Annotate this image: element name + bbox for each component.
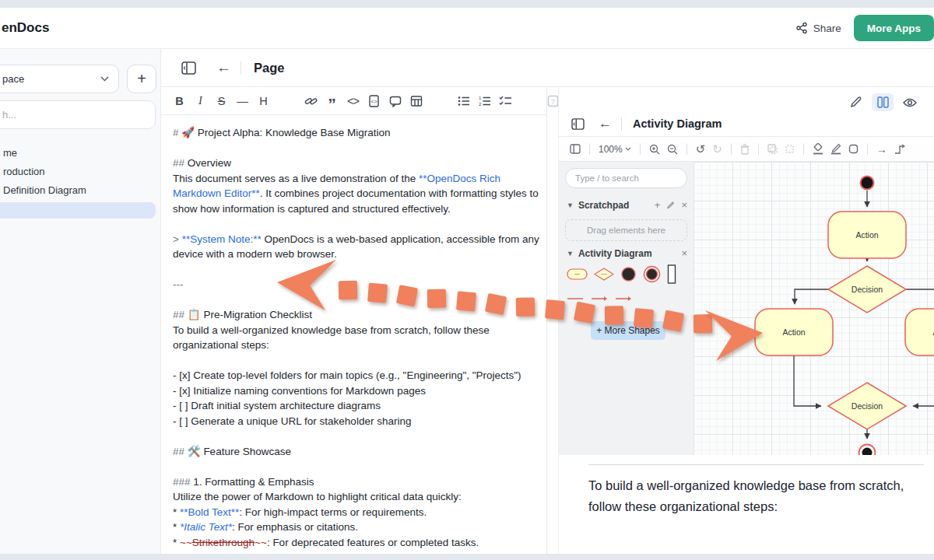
svg-text:Action: Action (855, 230, 878, 240)
zoom-out-icon[interactable] (667, 144, 678, 155)
back-button[interactable]: ← (216, 59, 231, 76)
markdown-line: > **System Note:** OpenDocs is a web-bas… (173, 232, 545, 262)
svg-text:Decision: Decision (851, 285, 883, 294)
markdown-line: Utilize the power of Markdown to highlig… (173, 489, 545, 505)
workspace-selector[interactable]: pace (0, 65, 119, 93)
palette-edge-arrow2[interactable] (615, 296, 632, 302)
line-color-icon[interactable] (830, 143, 841, 155)
markdown-line (173, 429, 545, 444)
scratchpad-add-icon[interactable]: + (655, 199, 661, 211)
shape-search-input[interactable] (565, 168, 687, 188)
elbow-edge-icon[interactable] (894, 144, 905, 154)
initial-node[interactable] (861, 177, 874, 190)
scratchpad-close-icon[interactable]: × (681, 199, 687, 211)
palette-edge-plain[interactable] (567, 296, 584, 302)
scratchpad-dropzone[interactable]: Drag elements here (565, 219, 687, 241)
markdown-line: - [x] Create top-level folders for main … (173, 368, 545, 383)
strikethrough-button[interactable]: S (215, 94, 228, 108)
shapes-panel: ▼ Scratchpad + × Drag elements here (559, 162, 693, 480)
fill-color-icon[interactable] (813, 143, 823, 155)
more-shapes-button[interactable]: + More Shapes (591, 321, 665, 340)
preview-eye-icon[interactable] (903, 97, 917, 108)
sidebar-item[interactable]: roduction (0, 163, 161, 180)
decision-node[interactable]: Decision (828, 383, 906, 429)
diagram-back-button[interactable]: ← (599, 116, 612, 131)
activity-diagram-section[interactable]: ▼ Activity Diagram × (567, 247, 687, 259)
divider (621, 117, 622, 131)
palette-decision-shape[interactable] (594, 268, 614, 281)
undo-icon[interactable]: ↺ (696, 142, 706, 156)
split-view-columns-icon[interactable] (872, 93, 894, 111)
zoom-in-icon[interactable] (649, 144, 660, 155)
diagram-header: ← Activity Diagram (559, 111, 934, 137)
collapse-sidebar-icon[interactable] (181, 61, 196, 75)
redo-icon[interactable]: ↻ (712, 142, 722, 156)
code-icon[interactable]: <> (346, 94, 360, 108)
copy-icon[interactable] (767, 144, 778, 154)
markdown-line (173, 216, 545, 232)
shadow-icon[interactable] (848, 144, 859, 154)
rendered-preview: To build a well-organized knowledge base… (559, 455, 934, 529)
add-page-button[interactable]: + (127, 65, 156, 93)
markdown-line: ## 📋 Pre-Migration Checklist (173, 307, 545, 323)
edit-mode-pencil-icon[interactable] (849, 96, 862, 109)
zoom-level-dropdown[interactable]: 100% (599, 144, 631, 155)
bold-button[interactable]: B (173, 94, 186, 108)
paste-icon[interactable] (785, 144, 795, 154)
link-icon[interactable] (304, 94, 318, 108)
sidebar-item[interactable] (0, 202, 156, 219)
italic-button[interactable]: I (194, 94, 207, 108)
scratchpad-label: Scratchpad (578, 200, 629, 211)
comment-icon[interactable] (388, 94, 402, 108)
scratchpad-edit-icon[interactable] (666, 201, 675, 209)
share-button[interactable]: Share (795, 22, 841, 34)
shape-palette (567, 264, 676, 284)
page-title: Page (254, 61, 284, 75)
diagram-canvas[interactable]: Action Decision Action (693, 162, 934, 480)
straight-edge-icon[interactable]: → (876, 143, 887, 156)
markdown-line: ### 1. Formatting & Emphasis (173, 474, 545, 490)
caret-down-icon: ▼ (567, 250, 574, 257)
markdown-line: This document serves as a live demonstra… (173, 171, 545, 217)
numbered-list-icon[interactable]: 12 (478, 94, 491, 108)
markdown-editor-pane: B I S — H ” <> <> (161, 87, 547, 554)
palette-action-shape[interactable] (567, 268, 588, 280)
markdown-source[interactable]: # 🚀 Project Alpha: Knowledge Base Migrat… (161, 115, 546, 550)
markdown-line: ## Overview (173, 156, 545, 171)
decision-node[interactable]: Decision (828, 266, 906, 313)
markdown-line: - [ ] Draft initial system architecture … (173, 398, 545, 414)
action-node[interactable]: Action (905, 309, 934, 355)
edge-palette (567, 296, 632, 302)
sidebar-item[interactable]: Definition Diagram (0, 181, 161, 199)
app-title: enDocs (2, 20, 49, 36)
action-node[interactable]: Action (755, 309, 833, 355)
palette-final-node-shape[interactable] (643, 265, 661, 283)
toggle-panel-icon[interactable] (570, 144, 581, 154)
scratchpad-section[interactable]: ▼ Scratchpad + × (567, 199, 687, 211)
markdown-line (173, 262, 545, 278)
diagram-toolbar: 100% (559, 137, 934, 162)
sidebar-search-input[interactable] (0, 100, 156, 129)
heading-button[interactable]: H (257, 94, 270, 108)
app-window: enDocs Share More Apps pace + (0, 8, 934, 554)
horizontal-rule-button[interactable]: — (236, 94, 249, 108)
more-apps-button[interactable]: More Apps (854, 15, 934, 41)
bullet-list-icon[interactable] (457, 94, 470, 108)
collapse-panel-icon[interactable] (571, 118, 585, 130)
palette-initial-node-shape[interactable] (620, 266, 637, 282)
delete-icon[interactable] (740, 144, 750, 155)
palette-edge-arrow[interactable] (591, 296, 608, 302)
share-label: Share (813, 23, 841, 34)
table-icon[interactable] (409, 94, 423, 108)
palette-bar-shape[interactable] (667, 264, 676, 284)
blockquote-icon[interactable]: ” (325, 94, 339, 108)
code-block-icon[interactable]: <> (367, 94, 381, 108)
action-node[interactable]: Action (828, 212, 906, 258)
section-close-icon[interactable]: × (681, 247, 687, 259)
view-mode-switcher (849, 93, 917, 111)
sidebar-item[interactable]: me (0, 144, 161, 162)
markdown-line: * **Bold Text**: For high-impact terms o… (173, 505, 545, 520)
markdown-line: # 🚀 Project Alpha: Knowledge Base Migrat… (173, 125, 545, 141)
checklist-icon[interactable] (499, 94, 512, 108)
divider (241, 61, 241, 75)
